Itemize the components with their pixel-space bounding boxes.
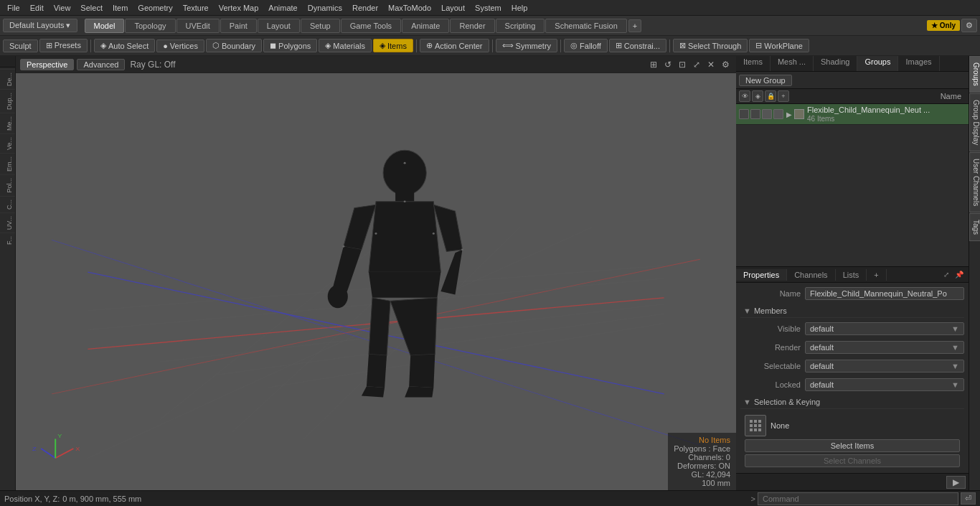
sculpt-btn[interactable]: Sculpt xyxy=(3,39,38,52)
sidebar-item-0[interactable]: De... xyxy=(0,69,15,89)
edge-tab-groups[interactable]: Groups xyxy=(969,56,980,93)
prop-pin-icon[interactable]: 📌 xyxy=(953,270,966,279)
falloff-btn[interactable]: ◎ Falloff xyxy=(564,39,608,52)
mode-tab-animate[interactable]: Animate xyxy=(402,19,449,33)
sidebar-item-6[interactable]: C... xyxy=(0,196,15,212)
edge-tab-tags[interactable]: Tags xyxy=(969,213,980,241)
select-items-btn[interactable]: Select Items xyxy=(745,439,960,452)
select-channels-btn[interactable]: Select Channels xyxy=(745,454,960,467)
menu-system[interactable]: System xyxy=(471,2,506,14)
command-input[interactable] xyxy=(758,492,958,505)
group-row-0[interactable]: ▶ Flexible_Child_Mannequin_Neut ... 46 I… xyxy=(736,104,969,125)
mode-tab-render[interactable]: Render xyxy=(450,19,494,33)
viewport-tab-advanced[interactable]: Advanced xyxy=(77,59,125,70)
selectable-select[interactable]: default ▼ xyxy=(805,360,964,373)
menu-layout[interactable]: Layout xyxy=(437,2,469,14)
sidebar-item-5[interactable]: Pol... xyxy=(0,174,15,196)
rpanel-tab-images[interactable]: Images xyxy=(898,56,939,71)
mode-tab-setup[interactable]: Setup xyxy=(301,19,340,33)
mode-tab-model[interactable]: Model xyxy=(85,19,125,33)
symmetry-btn[interactable]: ⟺ Symmetry xyxy=(496,39,558,52)
mode-tab-topology[interactable]: Topology xyxy=(125,19,175,33)
viewport-expand-icon[interactable]: ⤢ xyxy=(691,60,702,70)
select-through-btn[interactable]: ⊠ Select Through xyxy=(673,39,748,52)
edge-tab-group-display[interactable]: Group Display xyxy=(969,93,980,151)
menu-select[interactable]: Select xyxy=(76,2,107,14)
viewport-frame-icon[interactable]: ⊡ xyxy=(677,60,688,70)
name-input[interactable] xyxy=(805,287,964,300)
prop-tab-lists[interactable]: Lists xyxy=(836,269,867,281)
boundary-btn[interactable]: ⬡ Boundary xyxy=(206,39,262,52)
viewport-rotate-icon[interactable]: ↺ xyxy=(662,60,674,70)
mode-tab-uvedit[interactable]: UVEdit xyxy=(176,19,220,33)
viewport-grid-icon[interactable]: ⊞ xyxy=(648,60,659,70)
presets-btn[interactable]: ⊞ Presets xyxy=(39,39,88,52)
menu-animate[interactable]: Animate xyxy=(264,2,301,14)
menu-dynamics[interactable]: Dynamics xyxy=(303,2,347,14)
prop-tab-add[interactable]: + xyxy=(867,269,886,281)
prop-tab-channels[interactable]: Channels xyxy=(787,269,835,281)
mode-tab-gametools[interactable]: Game Tools xyxy=(341,19,402,33)
items-btn[interactable]: ◈ Items xyxy=(373,39,413,52)
layout-dropdown[interactable]: Default Layouts ▾ xyxy=(3,19,77,32)
menu-view[interactable]: View xyxy=(50,2,75,14)
rpanel-tab-mesh[interactable]: Mesh ... xyxy=(771,56,814,71)
add-workspace-btn[interactable]: + xyxy=(628,19,641,32)
lock-dot-icon[interactable] xyxy=(762,109,772,119)
sidebar-item-4[interactable]: Em... xyxy=(0,153,15,174)
sidebar-item-3[interactable]: Ve... xyxy=(0,133,15,153)
panel-next-btn[interactable]: ▶ xyxy=(946,476,966,489)
ray-gl-label[interactable]: Ray GL: Off xyxy=(128,60,177,70)
rpanel-tab-shading[interactable]: Shading xyxy=(814,56,857,71)
mode-tab-paint[interactable]: Paint xyxy=(220,19,257,33)
visible-select[interactable]: default ▼ xyxy=(805,322,964,335)
rpanel-tab-groups[interactable]: Groups xyxy=(857,56,898,71)
mode-tab-layout[interactable]: Layout xyxy=(258,19,300,33)
vertices-btn[interactable]: ● Vertices xyxy=(156,39,204,52)
eye-icon[interactable] xyxy=(739,109,749,119)
mode-tab-scripting[interactable]: Scripting xyxy=(496,19,545,33)
menu-geometry[interactable]: Geometry xyxy=(133,2,176,14)
menu-file[interactable]: File xyxy=(3,2,24,14)
menu-render[interactable]: Render xyxy=(348,2,382,14)
sel-keying-section[interactable]: ▼ Selection & Keying xyxy=(740,395,964,409)
extra-dot-icon[interactable] xyxy=(773,109,783,119)
sidebar-item-8[interactable]: F... xyxy=(0,233,15,248)
menu-help[interactable]: Help xyxy=(507,2,532,14)
action-center-btn[interactable]: ⊕ Action Center xyxy=(420,39,489,52)
viewport-tab-perspective[interactable]: Perspective xyxy=(20,59,74,70)
locked-select[interactable]: default ▼ xyxy=(805,378,964,391)
sidebar-item-2[interactable]: Me... xyxy=(0,113,15,133)
render-dot-icon[interactable] xyxy=(750,109,760,119)
menu-edit[interactable]: Edit xyxy=(26,2,48,14)
render-icon[interactable]: ◈ xyxy=(752,90,763,102)
menu-vertexmap[interactable]: Vertex Map xyxy=(215,2,263,14)
sidebar-item-1[interactable]: Dup... xyxy=(0,89,15,113)
auto-select-btn[interactable]: ◈ Auto Select xyxy=(94,39,155,52)
menu-maxtomodo[interactable]: MaxToModo xyxy=(384,2,435,14)
group-expand-arrow[interactable]: ▶ xyxy=(786,111,792,118)
mode-tab-schematic[interactable]: Schematic Fusion xyxy=(545,19,626,33)
render-select[interactable]: default ▼ xyxy=(805,341,964,354)
viewport-close-icon[interactable]: ✕ xyxy=(705,60,717,70)
menu-texture[interactable]: Texture xyxy=(179,2,213,14)
edge-tab-user-channels[interactable]: User Channels xyxy=(969,152,980,212)
new-group-btn[interactable]: New Group xyxy=(739,75,792,86)
viewport-settings-icon[interactable]: ⚙ xyxy=(720,60,732,70)
menu-item[interactable]: Item xyxy=(108,2,132,14)
plus-icon[interactable]: + xyxy=(778,90,789,102)
command-confirm-btn[interactable]: ⏎ xyxy=(961,492,976,505)
polygons-btn[interactable]: ◼ Polygons xyxy=(263,39,317,52)
constrain-btn[interactable]: ⊞ Constrai... xyxy=(609,39,666,52)
rpanel-tab-items[interactable]: Items xyxy=(736,56,771,71)
prop-expand-icon[interactable]: ⤢ xyxy=(941,270,951,279)
visibility-icon[interactable]: 👁 xyxy=(739,90,750,102)
materials-btn[interactable]: ◈ Materials xyxy=(319,39,372,52)
lock-icon[interactable]: 🔒 xyxy=(765,90,776,102)
members-section[interactable]: ▼ Members xyxy=(740,304,964,318)
settings-icon-btn[interactable]: ⚙ xyxy=(961,19,977,32)
sidebar-item-7[interactable]: UV... xyxy=(0,212,15,233)
prop-tab-properties[interactable]: Properties xyxy=(736,269,787,281)
viewport[interactable]: Perspective Advanced Ray GL: Off ⊞ ↺ ⊡ ⤢… xyxy=(16,56,736,490)
workplane-btn[interactable]: ⊟ WorkPlane xyxy=(749,39,809,52)
